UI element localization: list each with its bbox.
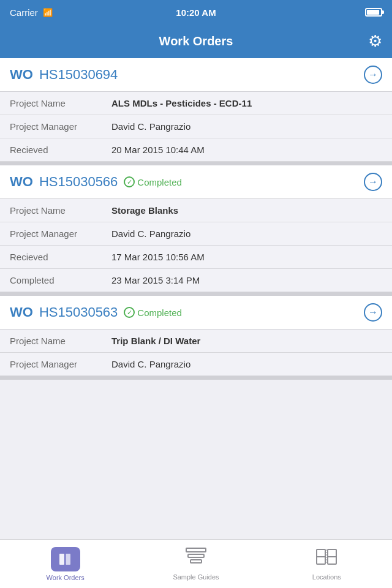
work-order-2: WO HS15030563 ✓ Completed → Project Name… [0, 296, 392, 380]
wo-header-0[interactable]: WO HS15030694 → [0, 58, 392, 92]
content-area: WO HS15030694 → Project Name ALS MDLs - … [0, 58, 392, 539]
completed-badge-1: ✓ Completed [124, 176, 182, 187]
detail-value: 23 Mar 2015 3:14 PM [111, 275, 200, 285]
tab-label-sample-guides: Sample Guides [173, 573, 219, 581]
status-bar: Carrier 📶 10:20 AM [0, 0, 392, 24]
wo-details-0: Project Name ALS MDLs - Pesticides - ECD… [0, 92, 392, 165]
detail-row: Project Name ALS MDLs - Pesticides - ECD… [0, 92, 392, 115]
status-bar-left: Carrier 📶 [10, 7, 53, 18]
detail-value: 20 Mar 2015 10:44 AM [111, 145, 205, 155]
wo-id-1: HS15030566 [39, 174, 118, 190]
svg-rect-5 [190, 560, 202, 563]
wo-label-1: WO [10, 174, 33, 190]
tab-bar: Work Orders Sample Guides Locations [0, 539, 392, 588]
work-order-1: WO HS15030566 ✓ Completed → Project Name… [0, 165, 392, 296]
detail-label: Recieved [10, 252, 102, 262]
wo-details-1: Project Name Storage Blanks Project Mana… [0, 199, 392, 296]
detail-value: David C. Pangrazio [111, 121, 190, 132]
detail-row: Project Manager David C. Pangrazio [0, 353, 392, 376]
detail-label: Completed [10, 275, 102, 285]
detail-row: Recieved 20 Mar 2015 10:44 AM [0, 138, 392, 162]
work-order-0: WO HS15030694 → Project Name ALS MDLs - … [0, 58, 392, 165]
detail-label: Project Name [10, 336, 102, 346]
wo-header-1[interactable]: WO HS15030566 ✓ Completed → [0, 165, 392, 199]
wo-details-2: Project Name Trip Blank / DI Water Proje… [0, 330, 392, 380]
detail-row: Completed 23 Mar 2015 3:14 PM [0, 269, 392, 292]
detail-value: David C. Pangrazio [111, 228, 190, 239]
detail-value: Storage Blanks [111, 205, 178, 216]
detail-label: Project Manager [10, 359, 102, 369]
tab-label-locations: Locations [312, 573, 341, 581]
work-orders-icon [51, 547, 80, 571]
detail-label: Recieved [10, 145, 102, 155]
wo-arrow-0[interactable]: → [364, 66, 382, 84]
completed-check-icon-2: ✓ [124, 307, 135, 318]
wo-arrow-1[interactable]: → [364, 173, 382, 191]
tab-label-work-orders: Work Orders [47, 574, 85, 581]
wo-header-left-2: WO HS15030563 ✓ Completed [10, 304, 182, 320]
detail-row: Recieved 17 Mar 2015 10:56 AM [0, 246, 392, 269]
svg-rect-4 [188, 554, 204, 557]
svg-rect-1 [66, 554, 70, 565]
completed-label-2: Completed [137, 307, 182, 318]
settings-button[interactable]: ⚙ [368, 32, 382, 51]
detail-row: Project Manager David C. Pangrazio [0, 115, 392, 138]
svg-rect-3 [186, 548, 206, 552]
detail-value: Trip Blank / DI Water [111, 336, 200, 346]
completed-badge-2: ✓ Completed [124, 307, 182, 318]
wo-label-2: WO [10, 304, 33, 320]
completed-label-1: Completed [137, 177, 182, 187]
locations-icon [315, 547, 337, 571]
wo-header-left-1: WO HS15030566 ✓ Completed [10, 174, 182, 190]
sample-guides-icon [185, 547, 207, 571]
detail-label: Project Name [10, 98, 102, 108]
detail-value: 17 Mar 2015 10:56 AM [111, 252, 205, 262]
status-time: 10:20 AM [176, 7, 216, 18]
wo-id-0: HS15030694 [39, 67, 118, 83]
carrier-label: Carrier [10, 7, 38, 18]
svg-rect-0 [59, 554, 64, 565]
wo-id-2: HS15030563 [39, 304, 118, 320]
detail-row: Project Name Storage Blanks [0, 199, 392, 222]
nav-bar: Work Orders ⚙ [0, 24, 392, 58]
wo-label-0: WO [10, 67, 33, 83]
battery-icon [365, 8, 382, 17]
detail-label: Project Manager [10, 121, 102, 132]
detail-label: Project Manager [10, 228, 102, 239]
tab-sample-guides[interactable]: Sample Guides [130, 547, 261, 581]
wo-arrow-2[interactable]: → [364, 303, 382, 322]
detail-value: David C. Pangrazio [111, 359, 190, 369]
tab-work-orders[interactable]: Work Orders [0, 547, 130, 581]
wo-header-2[interactable]: WO HS15030563 ✓ Completed → [0, 296, 392, 330]
detail-row: Project Name Trip Blank / DI Water [0, 330, 392, 353]
detail-label: Project Name [10, 205, 102, 216]
wo-header-left-0: WO HS15030694 [10, 67, 118, 83]
detail-value: ALS MDLs - Pesticides - ECD-11 [111, 98, 252, 108]
detail-row: Project Manager David C. Pangrazio [0, 222, 392, 246]
wifi-icon: 📶 [43, 8, 53, 17]
tab-locations[interactable]: Locations [262, 547, 392, 581]
nav-title: Work Orders [159, 34, 233, 48]
completed-check-icon: ✓ [124, 176, 135, 187]
